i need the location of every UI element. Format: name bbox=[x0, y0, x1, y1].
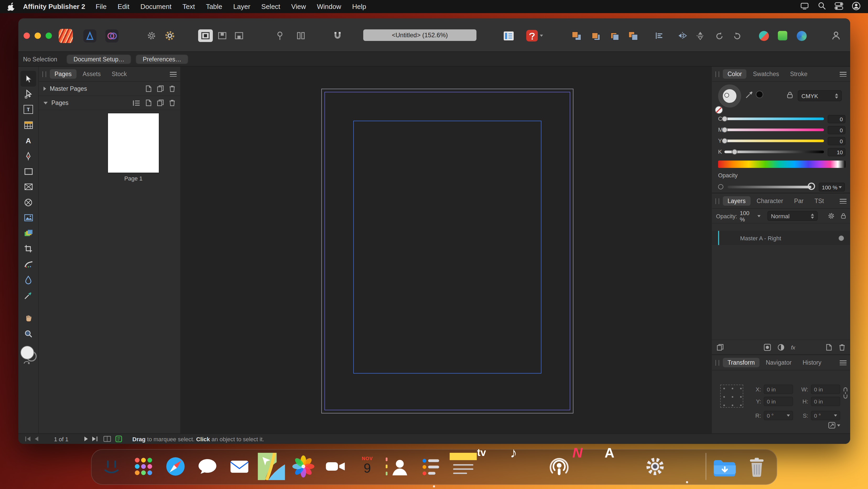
dock-system-settings[interactable] bbox=[642, 453, 669, 480]
panel-drag-grip[interactable] bbox=[715, 198, 719, 204]
tab-text-styles[interactable]: TSt bbox=[810, 196, 829, 206]
hyperlink-dropdown-chevron[interactable] bbox=[540, 35, 543, 37]
active-app-name[interactable]: Affinity Publisher 2 bbox=[23, 3, 85, 10]
next-page-button[interactable] bbox=[82, 435, 90, 442]
dock-trash[interactable] bbox=[743, 453, 770, 480]
yellow-value[interactable]: 0 bbox=[828, 137, 845, 145]
table-tool[interactable] bbox=[21, 117, 36, 133]
dock-safari[interactable] bbox=[162, 453, 189, 480]
dock-calendar[interactable]: NOV 9 bbox=[354, 453, 381, 480]
rectangle-tool[interactable] bbox=[21, 164, 36, 179]
menu-document[interactable]: Document bbox=[141, 3, 172, 10]
place-image-tool[interactable] bbox=[21, 210, 36, 226]
layer-lock-icon[interactable] bbox=[841, 212, 846, 219]
view-pan-tool[interactable] bbox=[21, 310, 36, 326]
pages-section-header[interactable]: Pages bbox=[39, 96, 180, 110]
zoom-button[interactable] bbox=[45, 32, 52, 39]
collapse-chevron-icon[interactable] bbox=[43, 87, 46, 91]
opacity-slider[interactable] bbox=[727, 186, 811, 189]
close-button[interactable] bbox=[24, 32, 30, 39]
hyperlink-tool-icon[interactable] bbox=[525, 28, 539, 43]
picture-frame-rectangle-tool[interactable] bbox=[21, 179, 36, 195]
menu-select[interactable]: Select bbox=[261, 3, 280, 10]
move-to-back-icon[interactable] bbox=[626, 28, 641, 43]
anchor-point-selector[interactable] bbox=[720, 384, 743, 408]
layer-row-master-a-right[interactable]: Master A - Right bbox=[712, 231, 850, 245]
add-layer-icon[interactable] bbox=[826, 343, 832, 351]
tab-paragraph[interactable]: Par bbox=[789, 196, 808, 206]
magenta-value[interactable]: 0 bbox=[828, 126, 845, 134]
insert-behind-button[interactable] bbox=[232, 29, 246, 42]
document-setup-button[interactable]: Document Setup… bbox=[67, 54, 131, 64]
frame-text-tool[interactable]: T bbox=[21, 102, 36, 117]
color-mode-select[interactable]: CMYK bbox=[798, 90, 842, 101]
account-icon[interactable] bbox=[829, 28, 843, 43]
rotate-ccw-icon[interactable] bbox=[712, 28, 726, 43]
dock-photos[interactable] bbox=[290, 453, 317, 480]
window-titlebar[interactable]: <Untitled> (152.6%) bbox=[18, 18, 850, 52]
tab-pages[interactable]: Pages bbox=[50, 69, 76, 79]
panel-menu-icon[interactable] bbox=[840, 71, 846, 76]
display-icon[interactable] bbox=[800, 2, 809, 11]
magenta-slider[interactable] bbox=[724, 128, 824, 131]
settings-gear-icon[interactable] bbox=[144, 28, 159, 43]
layer-effects-icon[interactable]: fx bbox=[791, 344, 795, 350]
vector-crop-tool[interactable] bbox=[21, 241, 36, 257]
move-to-front-icon[interactable] bbox=[569, 28, 584, 43]
control-center-icon[interactable] bbox=[834, 2, 843, 11]
snapping-magnet-icon[interactable] bbox=[330, 28, 345, 43]
guides-icon[interactable] bbox=[273, 28, 287, 43]
y-field[interactable]: 0 in bbox=[764, 397, 793, 406]
picture-frame-ellipse-tool[interactable] bbox=[21, 195, 36, 210]
dock-mail[interactable] bbox=[226, 453, 253, 480]
column-guides-icon[interactable] bbox=[293, 28, 308, 43]
panel-drag-grip[interactable] bbox=[715, 359, 719, 366]
swap-swatches-icon[interactable] bbox=[23, 360, 30, 367]
secondary-color-swatch[interactable] bbox=[756, 91, 763, 98]
dock-notes[interactable] bbox=[450, 453, 477, 480]
link-dimensions-icon[interactable] bbox=[843, 387, 848, 401]
alignment-icon[interactable] bbox=[652, 28, 667, 43]
designer-persona-icon[interactable] bbox=[82, 28, 97, 43]
duplicate-master-icon[interactable] bbox=[157, 85, 164, 92]
panel-menu-icon[interactable] bbox=[170, 71, 177, 76]
insert-on-top-button[interactable] bbox=[215, 29, 229, 42]
flip-vertical-icon[interactable] bbox=[693, 28, 708, 43]
yellow-slider-knob[interactable] bbox=[722, 138, 727, 144]
menu-file[interactable]: File bbox=[96, 3, 107, 10]
menu-layer[interactable]: Layer bbox=[233, 3, 250, 10]
dock-tv[interactable]: tv bbox=[482, 453, 509, 480]
menu-help[interactable]: Help bbox=[352, 3, 366, 10]
mask-layer-icon[interactable] bbox=[764, 343, 771, 351]
move-forward-icon[interactable] bbox=[588, 28, 603, 43]
x-field[interactable]: 0 in bbox=[764, 384, 793, 394]
node-tool[interactable] bbox=[21, 86, 36, 102]
dock-podcasts[interactable] bbox=[546, 453, 573, 480]
blend-mode-select[interactable]: Normal bbox=[767, 211, 818, 221]
move-tool[interactable] bbox=[21, 71, 36, 86]
colour-picker-tool[interactable] bbox=[21, 288, 36, 303]
dock-news[interactable]: N bbox=[578, 453, 605, 480]
tab-character[interactable]: Character bbox=[752, 196, 788, 206]
preferences-gear-icon[interactable] bbox=[162, 28, 177, 43]
dock-maps[interactable] bbox=[258, 453, 285, 480]
menu-window[interactable]: Window bbox=[317, 3, 341, 10]
duplicate-page-icon[interactable] bbox=[157, 99, 164, 107]
cyan-slider-knob[interactable] bbox=[722, 116, 727, 121]
delete-page-icon[interactable] bbox=[169, 99, 176, 107]
black-value[interactable]: 10 bbox=[828, 148, 845, 156]
user-account-icon[interactable] bbox=[852, 1, 861, 12]
cyan-value[interactable]: 0 bbox=[828, 115, 845, 123]
page-1-thumbnail[interactable] bbox=[108, 113, 159, 173]
pen-tool[interactable] bbox=[21, 148, 36, 164]
no-color-swatch[interactable] bbox=[715, 106, 723, 114]
tab-color[interactable]: Color bbox=[723, 69, 747, 79]
h-field[interactable]: 0 in bbox=[811, 397, 840, 406]
lock-icon[interactable] bbox=[787, 91, 793, 98]
eyedropper-icon[interactable] bbox=[745, 90, 754, 98]
expand-chevron-icon[interactable] bbox=[43, 102, 48, 104]
shear-field[interactable]: 0 ° bbox=[811, 411, 840, 420]
dock-facetime[interactable] bbox=[322, 453, 349, 480]
layer-visibility-toggle[interactable] bbox=[839, 235, 844, 240]
publisher-persona-icon[interactable] bbox=[58, 28, 73, 43]
